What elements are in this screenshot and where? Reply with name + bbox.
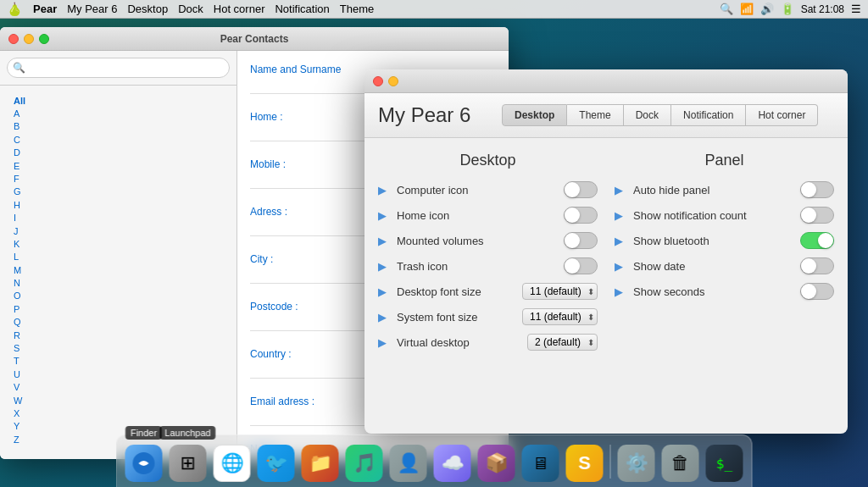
tab-notification[interactable]: Notification — [671, 104, 746, 126]
dock-icloud[interactable]: ☁️ — [432, 443, 473, 484]
toggle-home-icon[interactable] — [564, 207, 598, 224]
dock-separator — [610, 445, 611, 479]
alpha-k[interactable]: K — [14, 238, 19, 251]
alpha-q[interactable]: Q — [14, 316, 21, 329]
toggle-show-date[interactable] — [800, 257, 834, 274]
alpha-d[interactable]: D — [14, 147, 20, 159]
row-system-font-size: ▶ System font size 11 (default) — [378, 308, 598, 325]
alpha-x[interactable]: X — [14, 407, 19, 420]
alpha-n[interactable]: N — [14, 277, 20, 290]
menu-dock[interactable]: Dock — [178, 3, 203, 15]
dock-finder[interactable]: Finder — [124, 443, 164, 484]
dock-chrome[interactable]: 🌐 — [212, 443, 253, 484]
alpha-v[interactable]: V — [14, 381, 19, 394]
tab-dock[interactable]: Dock — [624, 104, 671, 126]
alpha-m[interactable]: M — [14, 264, 21, 277]
alpha-o[interactable]: O — [14, 290, 21, 302]
tab-theme[interactable]: Theme — [567, 104, 623, 126]
toggle-mounted-volumes[interactable] — [564, 232, 598, 249]
menu-notification[interactable]: Notification — [275, 3, 329, 15]
arrow-virtual-desktop: ▶ — [378, 336, 390, 349]
search-menubar-icon[interactable]: 🔍 — [720, 3, 733, 15]
dock-monitor[interactable]: 🖥 — [520, 443, 561, 484]
alpha-z[interactable]: Z — [14, 434, 19, 446]
arrow-home-icon: ▶ — [378, 209, 390, 222]
arrow-mounted-volumes: ▶ — [378, 235, 390, 247]
settings-panel-col: Panel ▶ Auto hide panel ▶ Show notificat… — [615, 152, 834, 404]
virtual-desktop-select[interactable]: 2 (default) — [527, 334, 598, 351]
dock-contacts[interactable]: 👤 — [388, 443, 429, 484]
volume-icon[interactable]: 🔊 — [760, 3, 774, 15]
alpha-c[interactable]: C — [14, 134, 20, 147]
alpha-s[interactable]: S — [14, 342, 19, 355]
menu-mypear6[interactable]: My Pear 6 — [67, 3, 117, 15]
dock-trash[interactable]: 🗑 — [660, 443, 701, 484]
dock-music[interactable]: 🎵 — [344, 443, 385, 484]
arrow-trash-icon: ▶ — [378, 260, 390, 273]
arrow-auto-hide: ▶ — [615, 184, 626, 196]
dock-sketch[interactable]: S — [565, 443, 605, 484]
dock-settings[interactable]: ⚙️ — [616, 443, 657, 484]
alpha-j[interactable]: J — [14, 225, 19, 238]
alpha-r[interactable]: R — [14, 329, 20, 342]
panel-section-title: Panel — [615, 152, 834, 169]
alpha-e[interactable]: E — [14, 160, 19, 173]
alpha-f[interactable]: F — [14, 173, 19, 185]
settings-close-button[interactable] — [373, 76, 383, 86]
dock-terminal[interactable]: $_ — [704, 443, 745, 484]
alpha-i[interactable]: I — [14, 212, 16, 224]
menu-desktop[interactable]: Desktop — [127, 3, 168, 15]
toggle-computer-icon[interactable] — [564, 181, 598, 198]
alpha-l[interactable]: L — [14, 251, 19, 263]
settings-header: My Pear 6 Desktop Theme Dock Notificatio… — [364, 93, 848, 138]
menu-theme[interactable]: Theme — [340, 3, 374, 15]
apple-logo[interactable]: 🍐 — [7, 2, 23, 17]
row-auto-hide-panel: ▶ Auto hide panel — [615, 181, 834, 198]
settings-body: Desktop ▶ Computer icon ▶ Home icon ▶ Mo… — [364, 138, 848, 418]
alpha-b[interactable]: B — [14, 120, 19, 133]
label-show-notification-count: Show notification count — [633, 209, 793, 222]
contacts-all-link[interactable]: All — [14, 96, 25, 106]
dock-twitter[interactable]: 🐦 — [256, 443, 297, 484]
toggle-auto-hide-panel[interactable] — [800, 181, 834, 198]
menu-pear[interactable]: Pear — [33, 3, 57, 15]
alpha-u[interactable]: U — [14, 368, 20, 381]
clock: Sat 21:08 — [801, 3, 844, 15]
arrow-bluetooth: ▶ — [615, 235, 626, 247]
row-mounted-volumes: ▶ Mounted volumes — [378, 232, 598, 249]
desktop-section-title: Desktop — [378, 152, 598, 169]
settings-minimize-button[interactable] — [388, 76, 398, 86]
tab-hotcorner[interactable]: Hot corner — [746, 104, 818, 126]
dock-launchpad[interactable]: ⊞ Launchpad — [168, 443, 209, 484]
label-show-date: Show date — [633, 260, 793, 273]
row-show-seconds: ▶ Show seconds — [615, 283, 834, 300]
alpha-y[interactable]: Y — [14, 420, 19, 433]
system-font-size-select[interactable]: 11 (default) — [522, 308, 598, 325]
alpha-a[interactable]: A — [14, 108, 19, 120]
dock-appstore[interactable]: 📦 — [476, 443, 517, 484]
settings-tabs: Desktop Theme Dock Notification Hot corn… — [502, 104, 818, 126]
alpha-p[interactable]: P — [14, 303, 19, 316]
label-system-font-size: System font size — [397, 311, 515, 324]
alpha-t[interactable]: T — [14, 355, 19, 368]
menu-hotcorner[interactable]: Hot corner — [214, 3, 265, 15]
alpha-g[interactable]: G — [14, 185, 21, 198]
maximize-button[interactable] — [39, 34, 49, 44]
arrow-notification-count: ▶ — [615, 209, 626, 222]
toggle-show-seconds[interactable] — [800, 283, 834, 300]
toggle-notification-count[interactable] — [800, 207, 834, 224]
toggle-trash-icon[interactable] — [564, 257, 598, 274]
contacts-search-input[interactable] — [7, 58, 230, 78]
tab-desktop[interactable]: Desktop — [502, 104, 567, 126]
toggle-show-bluetooth[interactable] — [800, 232, 834, 249]
settings-titlebar — [364, 69, 848, 93]
close-button[interactable] — [8, 34, 19, 44]
minimize-button[interactable] — [24, 34, 34, 44]
desktop-font-size-select[interactable]: 11 (default) — [522, 283, 598, 300]
dock-files[interactable]: 📁 — [300, 443, 341, 484]
settings-traffic-lights — [373, 76, 398, 86]
row-desktop-font-size: ▶ Desktop font size 11 (default) — [378, 283, 598, 300]
alpha-h[interactable]: H — [14, 199, 20, 212]
alpha-w[interactable]: W — [14, 395, 22, 407]
menu-lines-icon[interactable]: ☰ — [851, 3, 861, 15]
